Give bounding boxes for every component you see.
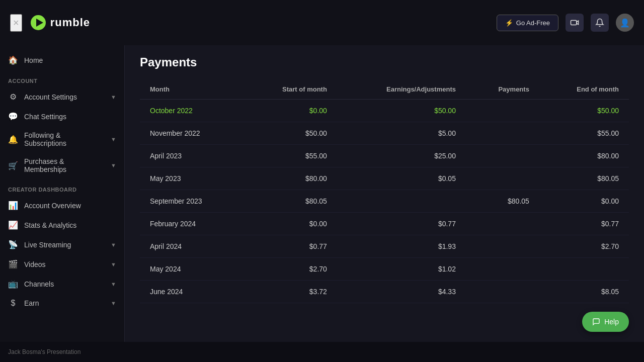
table-cell-6-1: $0.77 — [244, 235, 337, 258]
avatar[interactable]: 👤 — [616, 14, 634, 32]
sidebar-item-purchases[interactable]: 🛒 Purchases & Memberships ▼ — [0, 152, 124, 178]
table-row: April 2023$55.00$25.00$80.00 — [140, 145, 629, 167]
svg-rect-2 — [571, 21, 577, 25]
channels-icon: 📺 — [8, 279, 18, 289]
table-cell-2-0: April 2023 — [140, 145, 244, 167]
payments-table: Month Start of month Earnings/Adjustment… — [140, 79, 629, 303]
go-ad-free-label: Go Ad-Free — [516, 19, 550, 27]
video-upload-button[interactable] — [566, 14, 584, 32]
table-cell-8-0: June 2024 — [140, 281, 244, 303]
col-header-end: End of month — [539, 79, 629, 100]
sidebar-item-chat-settings[interactable]: 💬 Chat Settings — [0, 107, 124, 126]
account-section-title: Account — [0, 70, 124, 87]
table-cell-3-0: May 2023 — [140, 167, 244, 190]
chevron-following-icon: ▼ — [111, 136, 116, 142]
rumble-logo-icon — [30, 15, 46, 31]
sidebar-stats-label: Stats & Analytics — [24, 221, 76, 229]
chevron-icon: ▼ — [111, 94, 116, 100]
notifications-button[interactable] — [591, 14, 609, 32]
account-settings-icon: ⚙ — [8, 92, 18, 102]
table-row: November 2022$50.00$5.00$55.00 — [140, 122, 629, 145]
home-icon: 🏠 — [8, 55, 18, 65]
table-cell-4-3: $80.05 — [466, 190, 539, 213]
chevron-videos-icon: ▼ — [111, 261, 116, 267]
col-header-month: Month — [140, 79, 244, 100]
streaming-icon: 📡 — [8, 240, 18, 249]
table-cell-0-0: October 2022 — [140, 100, 244, 122]
go-ad-free-button[interactable]: ⚡ Go Ad-Free — [497, 15, 558, 31]
table-row: June 2024$3.72$4.33$8.05 — [140, 281, 629, 303]
help-label: Help — [604, 318, 619, 326]
table-cell-8-4: $8.05 — [539, 281, 629, 303]
logo-text: rumble — [50, 16, 90, 29]
sidebar-account-overview-label: Account Overview — [24, 202, 81, 210]
table-cell-7-4 — [539, 258, 629, 281]
earn-icon: $ — [8, 299, 18, 308]
sidebar-following-label: Following & Subscriptions — [24, 131, 105, 147]
top-bar-left: × rumble — [10, 14, 90, 32]
col-header-payments: Payments — [466, 79, 539, 100]
table-cell-4-4: $0.00 — [539, 190, 629, 213]
table-cell-0-3 — [466, 100, 539, 122]
table-cell-5-4: $0.77 — [539, 213, 629, 235]
table-cell-2-4: $80.00 — [539, 145, 629, 167]
table-cell-2-3 — [466, 145, 539, 167]
sidebar-item-channels[interactable]: 📺 Channels ▼ — [0, 274, 124, 294]
bottom-bar-text: Jack Bosma's Presentation — [8, 348, 80, 355]
sidebar-channels-label: Channels — [24, 280, 54, 288]
table-cell-8-2: $4.33 — [337, 281, 466, 303]
content-area: Payments Month Start of month Earnings/A… — [125, 45, 644, 342]
table-row: May 2024$2.70$1.02 — [140, 258, 629, 281]
table-cell-0-1: $0.00 — [244, 100, 337, 122]
table-cell-1-3 — [466, 122, 539, 145]
help-button[interactable]: Help — [582, 312, 629, 332]
sidebar-item-videos[interactable]: 🎬 Videos ▼ — [0, 254, 124, 274]
sidebar: 🏠 Home Account ⚙ Account Settings ▼ 💬 Ch… — [0, 45, 125, 342]
table-cell-0-4: $50.00 — [539, 100, 629, 122]
table-cell-1-0: November 2022 — [140, 122, 244, 145]
sidebar-item-account-settings[interactable]: ⚙ Account Settings ▼ — [0, 87, 124, 107]
table-cell-3-2: $0.05 — [337, 167, 466, 190]
sidebar-item-earn[interactable]: $ Earn ▼ — [0, 294, 124, 313]
table-cell-4-2 — [337, 190, 466, 213]
chevron-channels-icon: ▼ — [111, 281, 116, 287]
table-cell-5-0: February 2024 — [140, 213, 244, 235]
sidebar-item-following[interactable]: 🔔 Following & Subscriptions ▼ — [0, 126, 124, 152]
sidebar-videos-label: Videos — [24, 260, 46, 268]
table-cell-8-3 — [466, 281, 539, 303]
col-header-start: Start of month — [244, 79, 337, 100]
table-cell-6-2: $1.93 — [337, 235, 466, 258]
table-cell-6-0: April 2024 — [140, 235, 244, 258]
top-bar-right: ⚡ Go Ad-Free 👤 — [497, 14, 634, 32]
table-cell-0-2: $50.00 — [337, 100, 466, 122]
logo[interactable]: rumble — [30, 15, 90, 31]
creator-section-title: Creator Dashboard — [0, 178, 124, 196]
table-cell-7-1: $2.70 — [244, 258, 337, 281]
table-row: May 2023$80.00$0.05$80.05 — [140, 167, 629, 190]
table-cell-4-1: $80.05 — [244, 190, 337, 213]
sidebar-purchases-label: Purchases & Memberships — [24, 157, 105, 173]
help-icon — [592, 318, 600, 326]
table-cell-2-1: $55.00 — [244, 145, 337, 167]
sidebar-earn-label: Earn — [24, 299, 39, 307]
close-button[interactable]: × — [10, 14, 22, 32]
sidebar-item-live-streaming[interactable]: 📡 Live Streaming ▼ — [0, 235, 124, 254]
table-row: April 2024$0.77$1.93$2.70 — [140, 235, 629, 258]
sidebar-item-home[interactable]: 🏠 Home — [0, 50, 124, 70]
sidebar-chat-settings-label: Chat Settings — [24, 113, 66, 121]
sidebar-item-account-overview[interactable]: 📊 Account Overview — [0, 196, 124, 215]
table-header-row: Month Start of month Earnings/Adjustment… — [140, 79, 629, 100]
account-overview-icon: 📊 — [8, 201, 18, 210]
table-cell-7-3 — [466, 258, 539, 281]
table-cell-7-0: May 2024 — [140, 258, 244, 281]
sidebar-home-label: Home — [24, 56, 43, 64]
table-row: September 2023$80.05$80.05$0.00 — [140, 190, 629, 213]
table-cell-5-2: $0.77 — [337, 213, 466, 235]
videos-icon: 🎬 — [8, 259, 18, 269]
lightning-icon: ⚡ — [505, 19, 513, 27]
top-bar: × rumble ⚡ Go Ad-Free 👤 — [0, 0, 644, 45]
chevron-purchases-icon: ▼ — [111, 162, 116, 168]
sidebar-item-stats-analytics[interactable]: 📈 Stats & Analytics — [0, 215, 124, 235]
table-row: February 2024$0.00$0.77$0.77 — [140, 213, 629, 235]
stats-icon: 📈 — [8, 220, 18, 230]
